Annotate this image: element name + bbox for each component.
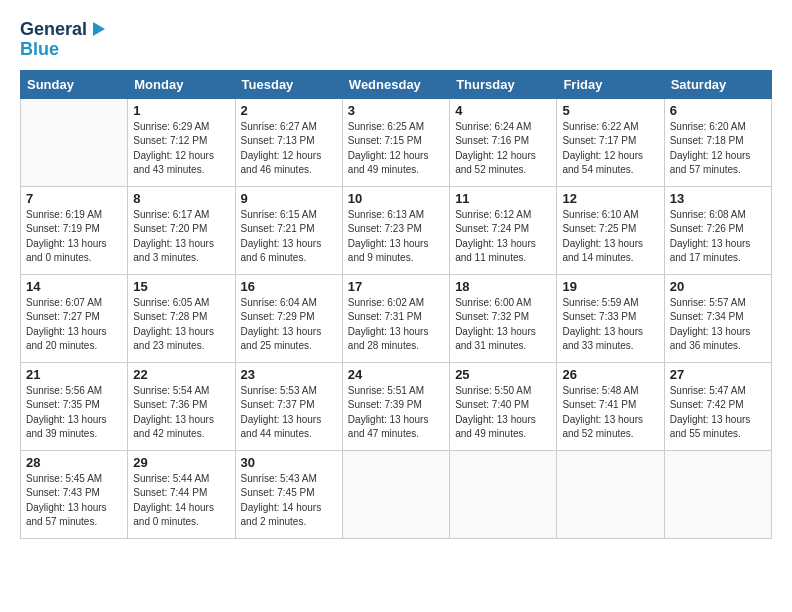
calendar-table: SundayMondayTuesdayWednesdayThursdayFrid… — [20, 70, 772, 539]
calendar-cell: 23Sunrise: 5:53 AMSunset: 7:37 PMDayligh… — [235, 362, 342, 450]
day-number: 17 — [348, 279, 444, 294]
calendar-cell: 13Sunrise: 6:08 AMSunset: 7:26 PMDayligh… — [664, 186, 771, 274]
header: General Blue — [20, 20, 772, 60]
day-info: Sunrise: 6:05 AMSunset: 7:28 PMDaylight:… — [133, 296, 229, 354]
day-number: 25 — [455, 367, 551, 382]
day-info: Sunrise: 6:10 AMSunset: 7:25 PMDaylight:… — [562, 208, 658, 266]
day-info: Sunrise: 6:22 AMSunset: 7:17 PMDaylight:… — [562, 120, 658, 178]
day-number: 24 — [348, 367, 444, 382]
day-number: 6 — [670, 103, 766, 118]
svg-marker-0 — [93, 22, 105, 36]
calendar-cell: 7Sunrise: 6:19 AMSunset: 7:19 PMDaylight… — [21, 186, 128, 274]
calendar-cell: 10Sunrise: 6:13 AMSunset: 7:23 PMDayligh… — [342, 186, 449, 274]
calendar-cell: 6Sunrise: 6:20 AMSunset: 7:18 PMDaylight… — [664, 98, 771, 186]
calendar-header-wednesday: Wednesday — [342, 70, 449, 98]
logo-arrow-icon — [89, 20, 107, 38]
day-info: Sunrise: 5:56 AMSunset: 7:35 PMDaylight:… — [26, 384, 122, 442]
day-number: 12 — [562, 191, 658, 206]
calendar-cell — [557, 450, 664, 538]
calendar-cell — [450, 450, 557, 538]
calendar-cell: 20Sunrise: 5:57 AMSunset: 7:34 PMDayligh… — [664, 274, 771, 362]
day-info: Sunrise: 6:08 AMSunset: 7:26 PMDaylight:… — [670, 208, 766, 266]
day-info: Sunrise: 6:13 AMSunset: 7:23 PMDaylight:… — [348, 208, 444, 266]
calendar-header-friday: Friday — [557, 70, 664, 98]
day-info: Sunrise: 5:48 AMSunset: 7:41 PMDaylight:… — [562, 384, 658, 442]
week-row-5: 28Sunrise: 5:45 AMSunset: 7:43 PMDayligh… — [21, 450, 772, 538]
day-number: 14 — [26, 279, 122, 294]
day-number: 26 — [562, 367, 658, 382]
week-row-2: 7Sunrise: 6:19 AMSunset: 7:19 PMDaylight… — [21, 186, 772, 274]
day-number: 22 — [133, 367, 229, 382]
calendar-cell: 14Sunrise: 6:07 AMSunset: 7:27 PMDayligh… — [21, 274, 128, 362]
calendar-cell: 17Sunrise: 6:02 AMSunset: 7:31 PMDayligh… — [342, 274, 449, 362]
day-number: 7 — [26, 191, 122, 206]
calendar-header-thursday: Thursday — [450, 70, 557, 98]
calendar-cell: 4Sunrise: 6:24 AMSunset: 7:16 PMDaylight… — [450, 98, 557, 186]
calendar-cell: 9Sunrise: 6:15 AMSunset: 7:21 PMDaylight… — [235, 186, 342, 274]
calendar-header-saturday: Saturday — [664, 70, 771, 98]
day-info: Sunrise: 6:27 AMSunset: 7:13 PMDaylight:… — [241, 120, 337, 178]
calendar-cell: 26Sunrise: 5:48 AMSunset: 7:41 PMDayligh… — [557, 362, 664, 450]
day-info: Sunrise: 6:15 AMSunset: 7:21 PMDaylight:… — [241, 208, 337, 266]
calendar-cell: 3Sunrise: 6:25 AMSunset: 7:15 PMDaylight… — [342, 98, 449, 186]
calendar-cell: 29Sunrise: 5:44 AMSunset: 7:44 PMDayligh… — [128, 450, 235, 538]
calendar-header-row: SundayMondayTuesdayWednesdayThursdayFrid… — [21, 70, 772, 98]
day-info: Sunrise: 6:07 AMSunset: 7:27 PMDaylight:… — [26, 296, 122, 354]
logo-text: General Blue — [20, 20, 107, 60]
day-number: 20 — [670, 279, 766, 294]
calendar-cell: 5Sunrise: 6:22 AMSunset: 7:17 PMDaylight… — [557, 98, 664, 186]
calendar-cell: 11Sunrise: 6:12 AMSunset: 7:24 PMDayligh… — [450, 186, 557, 274]
day-number: 13 — [670, 191, 766, 206]
day-info: Sunrise: 6:02 AMSunset: 7:31 PMDaylight:… — [348, 296, 444, 354]
day-info: Sunrise: 6:17 AMSunset: 7:20 PMDaylight:… — [133, 208, 229, 266]
calendar-cell — [342, 450, 449, 538]
day-info: Sunrise: 6:04 AMSunset: 7:29 PMDaylight:… — [241, 296, 337, 354]
day-info: Sunrise: 5:54 AMSunset: 7:36 PMDaylight:… — [133, 384, 229, 442]
day-info: Sunrise: 5:59 AMSunset: 7:33 PMDaylight:… — [562, 296, 658, 354]
calendar-cell: 18Sunrise: 6:00 AMSunset: 7:32 PMDayligh… — [450, 274, 557, 362]
logo-general: General — [20, 20, 87, 40]
week-row-1: 1Sunrise: 6:29 AMSunset: 7:12 PMDaylight… — [21, 98, 772, 186]
calendar-cell: 8Sunrise: 6:17 AMSunset: 7:20 PMDaylight… — [128, 186, 235, 274]
day-info: Sunrise: 6:25 AMSunset: 7:15 PMDaylight:… — [348, 120, 444, 178]
day-number: 23 — [241, 367, 337, 382]
day-number: 1 — [133, 103, 229, 118]
calendar-cell: 22Sunrise: 5:54 AMSunset: 7:36 PMDayligh… — [128, 362, 235, 450]
calendar-header-tuesday: Tuesday — [235, 70, 342, 98]
calendar-cell: 24Sunrise: 5:51 AMSunset: 7:39 PMDayligh… — [342, 362, 449, 450]
day-info: Sunrise: 5:57 AMSunset: 7:34 PMDaylight:… — [670, 296, 766, 354]
day-number: 10 — [348, 191, 444, 206]
calendar-cell: 1Sunrise: 6:29 AMSunset: 7:12 PMDaylight… — [128, 98, 235, 186]
day-number: 30 — [241, 455, 337, 470]
calendar-cell: 25Sunrise: 5:50 AMSunset: 7:40 PMDayligh… — [450, 362, 557, 450]
day-info: Sunrise: 5:53 AMSunset: 7:37 PMDaylight:… — [241, 384, 337, 442]
day-number: 29 — [133, 455, 229, 470]
logo: General Blue — [20, 20, 107, 60]
calendar-cell: 2Sunrise: 6:27 AMSunset: 7:13 PMDaylight… — [235, 98, 342, 186]
day-info: Sunrise: 6:29 AMSunset: 7:12 PMDaylight:… — [133, 120, 229, 178]
day-number: 27 — [670, 367, 766, 382]
day-number: 18 — [455, 279, 551, 294]
day-number: 8 — [133, 191, 229, 206]
calendar-cell: 19Sunrise: 5:59 AMSunset: 7:33 PMDayligh… — [557, 274, 664, 362]
week-row-3: 14Sunrise: 6:07 AMSunset: 7:27 PMDayligh… — [21, 274, 772, 362]
calendar-cell — [21, 98, 128, 186]
day-number: 11 — [455, 191, 551, 206]
calendar-header-monday: Monday — [128, 70, 235, 98]
day-info: Sunrise: 6:20 AMSunset: 7:18 PMDaylight:… — [670, 120, 766, 178]
day-info: Sunrise: 5:44 AMSunset: 7:44 PMDaylight:… — [133, 472, 229, 530]
calendar-cell: 28Sunrise: 5:45 AMSunset: 7:43 PMDayligh… — [21, 450, 128, 538]
day-info: Sunrise: 5:51 AMSunset: 7:39 PMDaylight:… — [348, 384, 444, 442]
day-info: Sunrise: 6:00 AMSunset: 7:32 PMDaylight:… — [455, 296, 551, 354]
calendar-cell — [664, 450, 771, 538]
day-number: 9 — [241, 191, 337, 206]
day-info: Sunrise: 5:50 AMSunset: 7:40 PMDaylight:… — [455, 384, 551, 442]
calendar-cell: 15Sunrise: 6:05 AMSunset: 7:28 PMDayligh… — [128, 274, 235, 362]
day-number: 16 — [241, 279, 337, 294]
calendar-cell: 27Sunrise: 5:47 AMSunset: 7:42 PMDayligh… — [664, 362, 771, 450]
logo-blue: Blue — [20, 40, 107, 60]
day-number: 4 — [455, 103, 551, 118]
calendar-header-sunday: Sunday — [21, 70, 128, 98]
day-number: 3 — [348, 103, 444, 118]
day-info: Sunrise: 5:45 AMSunset: 7:43 PMDaylight:… — [26, 472, 122, 530]
